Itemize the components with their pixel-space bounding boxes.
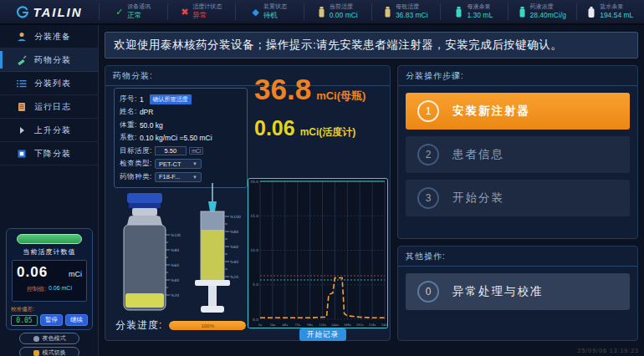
saline-bag-icon [587,7,595,18]
step-install-syringe[interactable]: 1 安装新注射器 [406,93,630,130]
control-label: 控制值: [27,285,46,293]
start-record-button[interactable]: 开始记录 [299,328,346,341]
sidebar-item-label: 分装列表 [34,78,71,89]
offset-input[interactable] [11,315,38,326]
sidebar-item-list[interactable]: 分装列表 [0,72,98,95]
indicator-label: 药液浓度 [530,3,566,11]
serial-label: 序号: [120,94,137,104]
night-mode-button[interactable]: 夜色模式 [19,333,79,344]
svg-text:192s: 192s [356,323,364,327]
step-start-dispense[interactable]: 3 开始分装 [406,180,630,216]
mode-switch-button[interactable]: 模式切换 [19,347,79,356]
bottle-icon [519,7,526,18]
progress-label: 分装进度: [115,318,162,333]
svg-text:240s: 240s [381,323,388,327]
vial-graphic: %100 %80 %60 %40 %20 [114,191,181,318]
sidebar-item-lower[interactable]: 下降分装 [0,142,98,165]
indicator-device-comm: ✓ 设备通讯正常 [99,3,167,20]
dispense-steps-panel: 分装操作步骤: 1 安装新注射器 2 患者信息 3 开始分装 [397,65,638,239]
bottle-icon [455,7,463,18]
sidebar-item-raise[interactable]: 上升分装 [0,119,98,142]
svg-text:%60: %60 [171,263,179,267]
exam-type-select[interactable]: PET-CT ▼ [155,159,202,169]
exam-type-value: PET-CT [159,160,181,168]
svg-text:5.0: 5.0 [253,282,258,287]
welcome-message-bar: 欢迎使用泰林核药分装设备；操作提示:请先安装患者端注射器，安装完成后按键确认。 [105,32,638,58]
pill-label: 模式切换 [43,348,66,356]
meter-unit: mCi [69,270,82,278]
brand-logo: TAILIN [0,5,99,19]
mode-blocks-icon [33,350,39,356]
svg-text:%40: %40 [171,278,179,282]
device-icon: ◆ [253,8,259,17]
indicator-value: 1.30 mL [467,11,493,20]
pause-button[interactable]: 暂停 [40,314,63,326]
indicator-meter-status: ✖ 活度计状态异常 [167,3,236,20]
steps-panel-title: 分装操作步骤: [398,66,637,86]
sidebar-item-prepare[interactable]: 分装准备 [0,25,98,48]
sidebar-item-log[interactable]: 运行日志 [0,95,98,119]
status-indicators: ✓ 设备通讯正常 ✖ 活度计状态异常 ◆ 装置状态待机 当前活度0.00 mCi… [99,0,644,23]
indicator-value: 0.00 mCi [330,11,358,20]
activity-meter-panel: 当前活度计数值 0.06 mCi 控制值: 0.06 mCi 校准偏差: 暂停 … [6,228,93,330]
resume-button[interactable]: 继续 [65,314,88,326]
control-value: 0.06 mCi [49,285,72,293]
target-activity-unit: mCi [189,147,204,155]
chevron-down-icon: ▼ [192,161,197,166]
drug-type-select[interactable]: F18-F... ▼ [155,172,202,182]
indicator-value: 待机 [263,11,287,20]
name-value: dPR [140,108,154,116]
other-operations-panel: 其他操作: 0 异常处理与校准 [397,246,638,341]
check-icon: ✓ [115,8,123,17]
meter-activity-unit: mCi(活度计) [300,125,356,140]
step-label: 异常处理与校准 [452,284,544,299]
step-number: 2 [417,144,439,165]
other-panel-title: 其他操作: [398,247,637,267]
drug-type-label: 药物种类: [120,172,152,182]
step-exception-calibration[interactable]: 0 异常处理与校准 [406,273,630,310]
indicator-label: 活度计状态 [192,3,222,11]
offset-label: 校准偏差: [11,306,88,313]
svg-text:216s: 216s [369,323,376,327]
step-label: 开始分装 [452,191,504,206]
indicator-label: 设备通讯 [127,3,151,11]
indicator-label: 母瓶活度 [396,3,428,11]
cross-icon: ✖ [181,8,188,17]
meter-value: 0.06 [17,264,48,281]
step-number: 1 [417,100,439,122]
app-screen: TAILIN ✓ 设备通讯正常 ✖ 活度计状态异常 ◆ 装置状态待机 当前活度0… [0,0,644,356]
indicator-current-activity: 当前活度0.00 mCi [304,3,372,20]
svg-text:168s: 168s [344,323,351,327]
svg-text:%20: %20 [230,275,238,279]
activity-chart: 0s24s48s72s96s120s144s168s192s216s240s20… [248,178,388,328]
logo-g-icon [16,5,29,18]
svg-text:144s: 144s [331,323,339,327]
bottle-activity-readout: 36.8 mCi(母瓶) [254,73,365,106]
svg-text:%20: %20 [171,293,179,298]
svg-text:0s: 0s [258,323,262,327]
svg-text:15.0: 15.0 [250,214,258,218]
patient-form: 序号: 1 确认所需活度 姓名: dPR 体重: 50.0 kg 系数: 0.1… [114,88,248,188]
serial-value: 1 [140,95,144,104]
svg-text:%100: %100 [230,215,241,219]
step-patient-info[interactable]: 2 患者信息 [406,136,630,173]
up-triangle-icon [17,125,27,135]
sidebar-item-dispense[interactable]: 药物分装 [0,48,98,72]
syringe-graphic: %100 %80 %60 %40 %20 [191,183,243,322]
target-activity-input[interactable] [155,146,187,155]
meter-display: 0.06 mCi 控制值: 0.06 mCi [12,260,87,302]
weight-value: 50.0 kg [140,121,163,130]
progress-fill: 100% [169,321,246,330]
indicator-label: 装置状态 [263,3,287,11]
mode-pill-group: 夜色模式 模式切换 [0,333,99,356]
step-number: 0 [417,281,439,303]
target-activity-label: 目标活度: [120,146,152,156]
svg-text:48s: 48s [283,323,289,327]
top-status-bar: TAILIN ✓ 设备通讯正常 ✖ 活度计状态异常 ◆ 装置状态待机 当前活度0… [0,0,644,25]
meter-title: 当前活度计数值 [7,247,92,257]
meter-activity-value: 0.06 [254,116,295,140]
confirm-activity-button[interactable]: 确认所需活度 [150,94,192,104]
sidebar-nav: 分装准备 药物分装 分装列表 运行日志 上升分装 下降分装 当前活度计数值 [0,25,99,356]
indicator-device-state: ◆ 装置状态待机 [235,3,304,20]
step-label: 患者信息 [452,147,504,162]
